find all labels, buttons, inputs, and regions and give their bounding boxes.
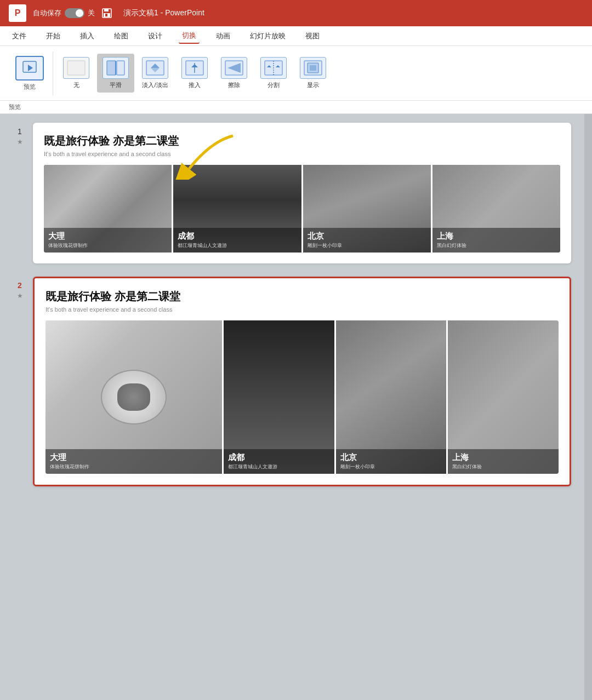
dali-city-name: 大理 xyxy=(48,231,167,242)
transition-smooth[interactable]: 平滑 xyxy=(97,54,134,93)
document-title: 演示文稿1 - PowerPoint xyxy=(123,8,204,18)
save-icon[interactable] xyxy=(101,8,112,19)
chengdu2-city-subtitle: 都江堰青城山人文遨游 xyxy=(228,463,330,471)
transition-split[interactable]: 分割 xyxy=(255,54,292,93)
slide-1-star: ★ xyxy=(17,138,23,146)
shanghai2-label: 上海 黑白幻灯体验 xyxy=(448,449,559,474)
svg-rect-8 xyxy=(117,61,124,75)
slide-1-city-beijing: 北京 雕刻一枚小印章 xyxy=(303,165,431,253)
title-bar: P 自动保存 关 演示文稿1 - PowerPoint xyxy=(0,0,592,26)
transition-split-label: 分割 xyxy=(267,81,280,89)
svg-rect-7 xyxy=(107,61,116,75)
slide-2-title-zh: 既是旅行体验 亦是第二课堂 xyxy=(45,289,559,304)
menu-transition[interactable]: 切换 xyxy=(179,28,200,44)
transition-wipe[interactable]: 擦除 xyxy=(215,54,253,93)
transitions-group: 无 平滑 淡入/淡出 xyxy=(53,51,585,95)
transition-reveal[interactable]: 显示 xyxy=(294,54,332,93)
transition-reveal-icon xyxy=(300,57,326,79)
slide-1-image-grid: 大理 体验玫瑰花饼制作 成都 都江堰青城山人文遨游 xyxy=(44,165,560,253)
transition-fade[interactable]: 淡入/淡出 xyxy=(136,54,174,93)
svg-rect-24 xyxy=(310,65,316,71)
beijing-image: 北京 雕刻一枚小印章 xyxy=(303,165,431,253)
transition-fade-icon xyxy=(142,57,168,79)
beijing2-image: 北京 雕刻一枚小印章 xyxy=(336,320,447,474)
slide-item-1: 1 ★ 既是旅行体验 亦是第二课堂 It's both a travel exp… xyxy=(13,123,571,263)
menu-view[interactable]: 视图 xyxy=(302,29,323,43)
shanghai-image: 上海 黑白幻灯体验 xyxy=(432,165,560,253)
slide-1-title-zh: 既是旅行体验 亦是第二课堂 xyxy=(44,134,560,148)
slide-1-title-en: It's both a travel experience and a seco… xyxy=(44,151,560,157)
slide-2-city-beijing: 北京 雕刻一枚小印章 xyxy=(336,320,447,474)
transition-fade-label: 淡入/淡出 xyxy=(142,81,168,89)
slide-2-number: 2 xyxy=(18,281,22,290)
transition-none-label: 无 xyxy=(73,81,79,89)
menu-slideshow[interactable]: 幻灯片放映 xyxy=(247,29,289,43)
menu-design[interactable]: 设计 xyxy=(145,29,166,43)
menu-file[interactable]: 文件 xyxy=(9,29,30,43)
shanghai-label: 上海 黑白幻灯体验 xyxy=(432,228,560,253)
svg-rect-6 xyxy=(67,61,85,75)
autosave-state: 关 xyxy=(88,8,95,18)
transition-smooth-icon xyxy=(103,57,129,79)
dali2-city-subtitle: 体验玫瑰花饼制作 xyxy=(50,463,218,471)
shanghai2-image: 上海 黑白幻灯体验 xyxy=(448,320,559,474)
chengdu2-label: 成都 都江堰青城山人文遨游 xyxy=(224,449,334,474)
autosave-section: 自动保存 关 xyxy=(33,8,95,18)
dali2-city-name: 大理 xyxy=(50,452,218,463)
slide-2-city-dali: 大理 体验玫瑰花饼制作 xyxy=(45,320,222,474)
slide-2-star: ★ xyxy=(17,292,23,300)
slide-1-city-chengdu: 成都 都江堰青城山人文遨游 xyxy=(173,165,301,253)
beijing-label: 北京 雕刻一枚小印章 xyxy=(303,228,431,253)
transition-smooth-label: 平滑 xyxy=(110,81,122,89)
chengdu2-image: 成都 都江堰青城山人文遨游 xyxy=(224,320,334,474)
transition-push-label: 推入 xyxy=(189,81,201,89)
svg-rect-3 xyxy=(105,14,107,16)
menu-animation[interactable]: 动画 xyxy=(213,29,234,43)
slide-1-number: 1 xyxy=(18,127,22,136)
preview-button[interactable] xyxy=(15,56,44,81)
chengdu-label: 成都 都江堰青城山人文遨游 xyxy=(173,228,301,253)
slide-2-image-grid: 大理 体验玫瑰花饼制作 成都 都江堰青城山人文遨游 xyxy=(45,320,559,474)
chengdu-city-subtitle: 都江堰青城山人文遨游 xyxy=(178,242,297,249)
slide-card-2[interactable]: 既是旅行体验 亦是第二课堂 It's both a travel experie… xyxy=(33,277,571,486)
autosave-toggle[interactable] xyxy=(65,8,84,18)
preview-label: 预览 xyxy=(24,83,36,91)
ribbon-preview-section: 预览 xyxy=(7,51,53,95)
autosave-label: 自动保存 xyxy=(33,8,61,18)
scrollbar[interactable] xyxy=(584,114,592,700)
shanghai2-city-subtitle: 黑白幻灯体验 xyxy=(452,463,554,471)
menu-draw[interactable]: 绘图 xyxy=(111,29,132,43)
transition-reveal-label: 显示 xyxy=(307,81,319,89)
transition-wipe-icon xyxy=(221,57,247,79)
slide-2-city-chengdu: 成都 都江堰青城山人文遨游 xyxy=(224,320,334,474)
beijing2-label: 北京 雕刻一枚小印章 xyxy=(336,449,447,474)
slide-item-2: 2 ★ 既是旅行体验 亦是第二课堂 It's both a travel exp… xyxy=(13,277,571,486)
transition-split-icon xyxy=(260,57,287,79)
dali2-label: 大理 体验玫瑰花饼制作 xyxy=(45,449,222,474)
slide-1-city-shanghai: 上海 黑白幻灯体验 xyxy=(432,165,560,253)
dali-label: 大理 体验玫瑰花饼制作 xyxy=(44,228,172,253)
slide-card-1[interactable]: 既是旅行体验 亦是第二课堂 It's both a travel experie… xyxy=(33,123,571,263)
ribbon: 预览 无 平滑 xyxy=(0,46,592,101)
transition-push[interactable]: 推入 xyxy=(176,54,213,93)
transition-none[interactable]: 无 xyxy=(58,54,95,93)
shanghai-city-subtitle: 黑白幻灯体验 xyxy=(437,242,556,249)
beijing2-city-subtitle: 雕刻一枚小印章 xyxy=(340,463,442,471)
shanghai-city-name: 上海 xyxy=(437,231,556,242)
slide-1-city-dali: 大理 体验玫瑰花饼制作 xyxy=(44,165,172,253)
dali-city-subtitle: 体验玫瑰花饼制作 xyxy=(48,242,167,249)
transition-wipe-label: 擦除 xyxy=(228,81,240,89)
menu-start[interactable]: 开始 xyxy=(43,29,64,43)
shanghai2-city-name: 上海 xyxy=(452,452,554,463)
slide-1-number-area: 1 ★ xyxy=(13,123,26,146)
chengdu-city-name: 成都 xyxy=(178,231,297,242)
beijing-city-name: 北京 xyxy=(308,231,426,242)
main-content: 1 ★ 既是旅行体验 亦是第二课堂 It's both a travel exp… xyxy=(0,114,592,700)
beijing-city-subtitle: 雕刻一枚小印章 xyxy=(308,242,426,249)
slide-panel: 1 ★ 既是旅行体验 亦是第二课堂 It's both a travel exp… xyxy=(0,114,584,700)
powerpoint-logo: P xyxy=(9,4,26,22)
dali-image: 大理 体验玫瑰花饼制作 xyxy=(44,165,172,253)
slide-2-number-area: 2 ★ xyxy=(13,277,26,300)
menu-insert[interactable]: 插入 xyxy=(77,29,98,43)
beijing2-city-name: 北京 xyxy=(340,452,442,463)
